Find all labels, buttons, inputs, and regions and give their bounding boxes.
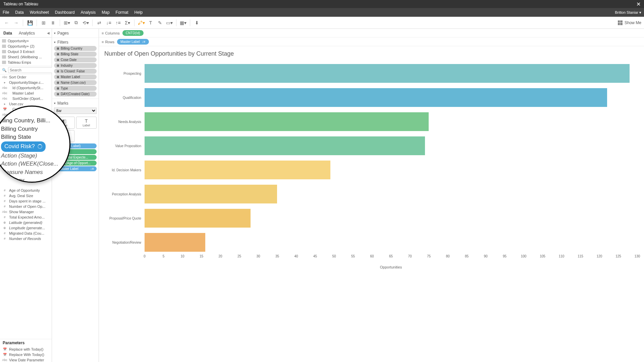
filter-pill[interactable]: ▦Industry: [54, 63, 97, 68]
clear-button[interactable]: ⟲▾: [82, 19, 90, 27]
bar[interactable]: [145, 185, 277, 203]
new-data-source-button[interactable]: ⊞: [40, 19, 48, 27]
filter-pill[interactable]: ▦Master Label: [54, 74, 97, 79]
field-item[interactable]: #Days spent in stage ...: [0, 198, 52, 204]
data-source-item[interactable]: Opportunity+: [0, 38, 52, 44]
sort-asc-button[interactable]: ↓≡: [105, 19, 113, 27]
x-tick: 130: [635, 254, 640, 258]
x-axis-label: Opportunities: [145, 265, 637, 269]
x-tick: 65: [389, 254, 393, 258]
bar[interactable]: [145, 209, 251, 228]
filter-pill[interactable]: ▦Is Closed: False: [54, 69, 97, 74]
new-worksheet-button[interactable]: ⊞▾: [63, 19, 71, 27]
field-item[interactable]: ⊕Latitude (generated): [0, 220, 52, 225]
field-type-icon: #: [2, 237, 7, 240]
text-button[interactable]: T: [147, 19, 155, 27]
rows-pill[interactable]: Master Label↓≡: [117, 39, 149, 45]
parameter-item[interactable]: 📅Replace with Today(): [0, 347, 52, 352]
user-menu[interactable]: Britton Staniar ▾: [615, 10, 641, 15]
field-item[interactable]: #Migrated Data (Cou...: [0, 231, 52, 236]
duplicate-button[interactable]: ⧉: [72, 19, 80, 27]
swap-button[interactable]: ⇄: [95, 19, 103, 27]
field-type-icon: Abc: [2, 358, 7, 362]
field-item[interactable]: AbcMaster Label: [0, 90, 52, 96]
bar[interactable]: [145, 136, 425, 155]
download-button[interactable]: ⬇: [193, 19, 201, 27]
menu-help[interactable]: Help: [135, 10, 143, 15]
menu-data[interactable]: Data: [15, 10, 23, 15]
marks-shelf[interactable]: ▾Marks: [54, 100, 97, 106]
tab-data[interactable]: Data: [0, 31, 15, 36]
parameter-item[interactable]: AbcView Date Parameter: [0, 357, 52, 362]
mark-label-button[interactable]: TLabel: [76, 117, 97, 129]
field-item[interactable]: AbcSort Order: [0, 74, 52, 80]
bar-row: Perception Analysis: [106, 182, 637, 206]
parameter-item[interactable]: 📅Replace With Today(): [0, 352, 52, 357]
collapse-pane-icon[interactable]: ◀: [45, 31, 52, 35]
data-source-item[interactable]: Sheet1 (Wellbeing ...: [0, 54, 52, 60]
menu-analysis[interactable]: Analysis: [81, 10, 96, 15]
field-item[interactable]: ▸OpportunityStage.c...: [0, 80, 52, 85]
field-type-icon: ⊕: [2, 226, 7, 230]
field-type-icon: Abc: [2, 86, 7, 89]
bar[interactable]: [145, 64, 630, 83]
filter-pill[interactable]: ▦Billing Country: [54, 46, 97, 51]
presentation-button[interactable]: ▦▾: [179, 19, 187, 27]
field-item[interactable]: #Number of Records: [0, 236, 52, 241]
filter-pill[interactable]: ▦DAY(Created Date): [54, 92, 97, 97]
menu-format[interactable]: Format: [116, 10, 128, 15]
bar-row: Value Proposition: [106, 134, 637, 158]
data-source-item[interactable]: Output 3 Extract: [0, 49, 52, 54]
back-button[interactable]: ←: [3, 19, 11, 27]
x-tick: 95: [503, 254, 506, 258]
filter-pill[interactable]: ▦Billing State: [54, 52, 97, 57]
data-source-item[interactable]: Tableau Emps: [0, 60, 52, 65]
field-type-icon: ▸: [2, 102, 7, 106]
field-type-icon: Abc: [2, 75, 7, 79]
x-tick: 0: [144, 254, 146, 258]
data-source-item[interactable]: Opportunity+ (2): [0, 44, 52, 49]
bar-row: Prospecting: [106, 61, 637, 85]
close-icon[interactable]: ✕: [636, 1, 641, 7]
filters-shelf[interactable]: ▾Filters: [54, 39, 97, 45]
mark-type-select[interactable]: Bar: [54, 108, 97, 114]
menu-dashboard[interactable]: Dashboard: [55, 10, 75, 15]
bar[interactable]: [145, 233, 205, 252]
field-item[interactable]: #Age of Opportunity: [0, 188, 52, 193]
fit-button[interactable]: ▭▾: [165, 19, 173, 27]
menu-file[interactable]: File: [3, 10, 9, 15]
pause-button[interactable]: ⏸: [49, 19, 57, 27]
field-type-icon: #: [2, 205, 7, 208]
field-type-icon: Abc: [2, 97, 7, 100]
field-item[interactable]: AbcId (OpportunitySt...: [0, 85, 52, 90]
pages-shelf[interactable]: ▾Pages: [54, 30, 97, 36]
x-tick: 15: [200, 254, 203, 258]
field-item[interactable]: AbcSortOrder (Oport...: [0, 96, 52, 101]
field-item[interactable]: #Avg. Deal Size: [0, 193, 52, 198]
field-item[interactable]: AbcShow Manager: [0, 209, 52, 215]
save-button[interactable]: 💾: [26, 19, 34, 27]
field-type-icon: ▸: [2, 81, 7, 84]
covid-risk-pill[interactable]: Covid Risk?: [1, 141, 46, 152]
filter-pill[interactable]: ▦Cose Date: [54, 57, 97, 62]
bar[interactable]: [145, 88, 607, 107]
show-me-button[interactable]: Show Me: [618, 20, 641, 25]
totals-button[interactable]: Σ▾: [123, 19, 131, 27]
bar[interactable]: [145, 161, 330, 179]
forward-button[interactable]: →: [12, 19, 20, 27]
filter-pill[interactable]: ▦Name (User.csv): [54, 80, 97, 85]
columns-pill[interactable]: CNTD(Id): [122, 30, 144, 36]
highlight-button[interactable]: 🖍▾: [137, 19, 145, 27]
search-input[interactable]: [8, 67, 58, 73]
filter-pill[interactable]: ▦Type: [54, 86, 97, 91]
menu-worksheet[interactable]: Worksheet: [30, 10, 49, 15]
field-item[interactable]: ⊕Longitude (generate...: [0, 225, 52, 231]
field-item[interactable]: #Number of Open Op...: [0, 204, 52, 209]
bar[interactable]: [145, 112, 429, 131]
menu-map[interactable]: Map: [102, 10, 109, 15]
annotate-button[interactable]: ✎: [156, 19, 164, 27]
x-tick: 85: [465, 254, 469, 258]
tab-analytics[interactable]: Analytics: [15, 31, 38, 36]
field-item[interactable]: #Total Expected Amo...: [0, 215, 52, 220]
sort-desc-button[interactable]: ↑≡: [114, 19, 122, 27]
